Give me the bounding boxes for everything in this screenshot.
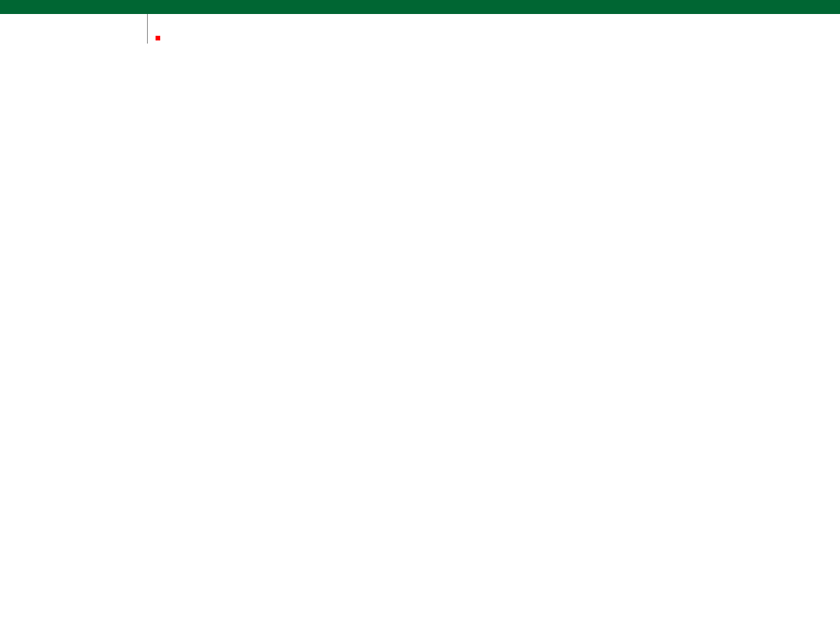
sidebar bbox=[0, 14, 148, 44]
highlight-box bbox=[156, 36, 160, 40]
page-header bbox=[0, 0, 840, 14]
main-content bbox=[148, 14, 840, 44]
